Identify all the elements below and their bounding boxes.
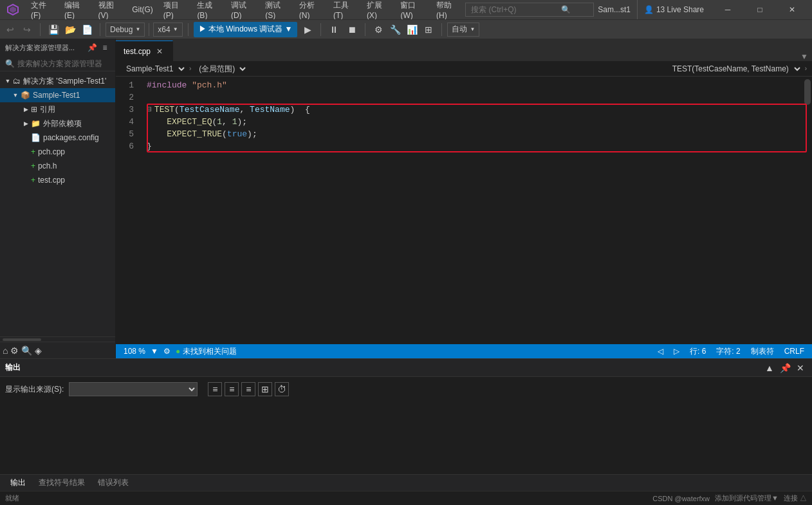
sidebar-search-bar: 🔍 [0,57,115,71]
sidebar-pin-icon[interactable]: 📌 [87,42,97,53]
menu-git[interactable]: Git(G) [127,0,158,19]
status-ok-circle[interactable]: ● 未找到相关问题 [173,344,239,358]
titlebar: 文件(F) 编辑(E) 视图(V) Git(G) 项目(P) 生成(B) 调试(… [0,0,812,19]
tab-close-icon[interactable]: ✕ [154,46,165,57]
footer-watermark: CSDN @waterfxw [652,495,710,502]
sidebar-git-icon[interactable]: ◈ [35,345,42,356]
op-eq-comma: , [222,116,232,128]
breadcrumb-arrow-1: › [189,65,191,72]
live-share-button[interactable]: 👤 13 Live Share [637,0,710,19]
toolbar-extra-4[interactable]: ⊞ [421,22,436,37]
menu-edit[interactable]: 编辑(E) [59,0,93,19]
pchh-icon: + [31,161,35,170]
toolbar-sep-2 [100,23,100,36]
sidebar-search-input[interactable] [17,59,114,68]
debug-config-dropdown[interactable]: Debug ▼ [106,23,145,37]
toolbar-extra-3[interactable]: 📊 [404,22,420,37]
status-col[interactable]: 字符: 2 [714,344,743,358]
breadcrumb-symbol-select[interactable]: TEST(TestCaseName, TestName) [667,62,802,75]
toolbar-extra-2[interactable]: 🔧 [387,22,403,37]
output-tool-3[interactable]: ≡ [241,382,255,396]
status-tab-size[interactable]: 制表符 [748,344,777,358]
status-encoding[interactable]: CRLF [782,344,807,358]
menu-help[interactable]: 帮助(H) [431,0,465,19]
output-tool-5[interactable]: ⏱ [275,382,289,396]
references-node[interactable]: ▶ ⊞ 引用 [0,102,115,116]
project-node[interactable]: ▼ 📦 Sample-Test1 [0,88,115,102]
panel-action-close[interactable]: ✕ [794,362,807,374]
ext-expand-icon[interactable]: ▶ [21,120,31,127]
pause-button[interactable]: ⏸ [326,22,342,37]
status-left: 108 % ▼ ⚙ ● 未找到相关问题 [121,344,239,358]
btab-error-list[interactable]: 错误列表 [93,475,134,491]
sidebar-more-icon[interactable]: ≡ [100,42,110,53]
solution-icon: 🗂 [13,77,21,86]
new-button[interactable]: 📄 [79,22,95,37]
btab-output[interactable]: 输出 [5,475,31,491]
search-input[interactable] [471,5,561,14]
menu-window[interactable]: 窗口(W) [395,0,431,19]
project-expand-icon[interactable]: ▼ [10,92,21,98]
status-row[interactable]: 行: 6 [687,344,708,358]
menu-extensions[interactable]: 扩展(X) [362,0,396,19]
status-down-icon[interactable]: ▼ [148,344,161,358]
output-tool-1[interactable]: ≡ [208,382,222,396]
save-button[interactable]: 💾 [46,22,61,37]
run-button[interactable]: ▶ 本地 Windows 调试器 ▼ [194,22,298,37]
packages-config-node[interactable]: 📄 packages.config [0,131,115,145]
btab-find-symbols[interactable]: 查找符号结果 [33,475,90,491]
undo-button[interactable]: ↩ [3,22,18,37]
sidebar-scrollbar[interactable] [0,336,115,342]
menu-project[interactable]: 项目(P) [158,0,192,19]
open-button[interactable]: 📂 [62,22,78,37]
menu-build[interactable]: 生成(B) [192,0,226,19]
ref-expand-icon[interactable]: ▶ [21,106,31,113]
redo-button[interactable]: ↪ [19,22,35,37]
output-tool-2[interactable]: ≡ [225,382,239,396]
panel-action-up[interactable]: ▲ [763,362,776,374]
search-box[interactable]: 🔍 [465,3,594,17]
menu-test[interactable]: 测试(S) [260,0,294,19]
menu-tools[interactable]: 工具(T) [328,0,362,19]
close-button[interactable]: ✕ [777,0,807,19]
sidebar-search2-icon[interactable]: 🔍 [21,345,32,356]
menu-debug[interactable]: 调试(D) [226,0,260,19]
output-tool-4[interactable]: ⊞ [258,382,272,396]
footer-source-control[interactable]: 添加到源代码管理▼ [715,493,779,503]
menu-view[interactable]: 视图(V) [93,0,127,19]
pch-h-node[interactable]: + pch.h [0,159,115,173]
editor-tab-test-cpp[interactable]: test.cpp ✕ [116,41,173,61]
breadcrumb-range-select[interactable]: (全局范围) [194,62,248,75]
sidebar-settings-icon[interactable]: ⚙ [10,345,19,356]
fold-icon-3[interactable]: ⊟ [147,104,152,116]
panel-action-pin[interactable]: 📌 [779,362,791,374]
test-cpp-node[interactable]: + test.cpp [0,173,115,187]
solution-node[interactable]: ▼ 🗂 解决方案 'Sample-Test1' [0,74,115,88]
toolbar-extra-1[interactable]: ⚙ [371,22,386,37]
status-nav-left[interactable]: ◁ [655,344,666,358]
panel-minimize-btn[interactable]: ▼ [797,52,812,61]
pch-cpp-node[interactable]: + pch.cpp [0,145,115,159]
solution-expand-icon[interactable]: ▼ [3,78,13,84]
run-extra-button[interactable]: ▶ [300,22,315,37]
code-content[interactable]: #include "pch.h" ⊟TEST(TestCaseName, Tes… [142,77,803,344]
status-right: ◁ ▷ 行: 6 字符: 2 制表符 CRLF [655,344,807,358]
auto-dropdown[interactable]: 自动 ▼ [447,23,479,37]
status-zoom[interactable]: 108 % [121,344,148,358]
breadcrumb-scope-select[interactable]: Sample-Test1 [121,62,187,75]
pchh-label: pch.h [38,161,57,170]
platform-dropdown[interactable]: x64 ▼ [153,23,182,37]
minimize-button[interactable]: ─ [713,0,743,19]
menu-file[interactable]: 文件(F) [26,0,59,19]
status-nav-right[interactable]: ▷ [671,344,682,358]
external-deps-node[interactable]: ▶ 📁 外部依赖项 [0,116,115,131]
footer-connect[interactable]: 连接 △ [784,493,807,503]
maximize-button[interactable]: □ [745,0,775,19]
editor-scrollbar[interactable] [803,77,812,344]
menu-analyze[interactable]: 分析(N) [294,0,328,19]
stop-button[interactable]: ⏹ [344,22,360,37]
sidebar-home-icon[interactable]: ⌂ [3,345,8,356]
status-warning-icon[interactable]: ⚙ [161,344,173,358]
output-source-select[interactable] [69,382,198,396]
fn-test: TEST [154,104,174,116]
